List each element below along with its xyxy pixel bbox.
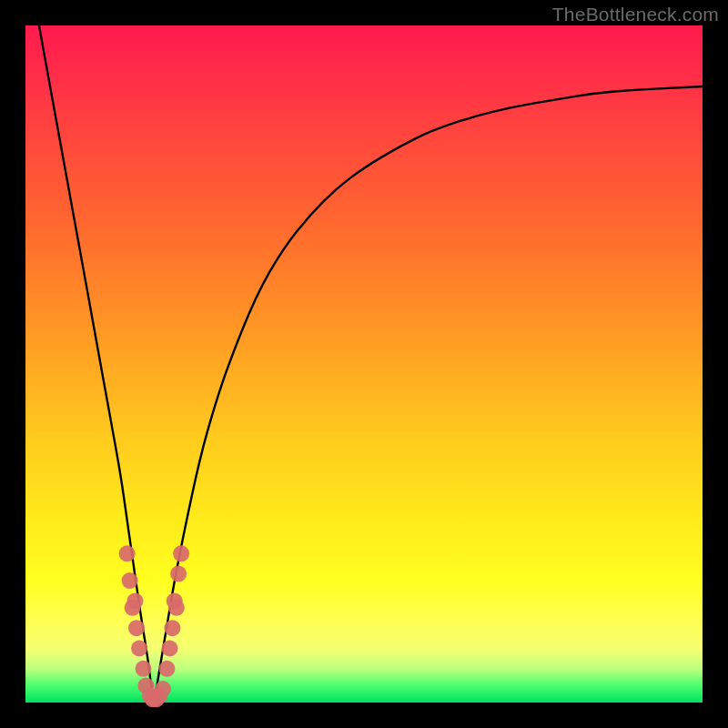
sample-point [173,545,189,561]
sample-points [119,545,190,707]
sample-point [170,566,187,582]
sample-point [159,661,176,677]
sample-point [168,600,185,616]
sample-point [136,661,152,677]
sample-point [131,641,147,657]
watermark-text: TheBottleneck.com [552,4,719,25]
sample-point [162,641,178,657]
plot-area [25,25,703,703]
sample-point [155,681,171,697]
sample-point [128,620,145,636]
sample-point [164,620,180,636]
sample-point [119,545,136,561]
sample-point [127,592,144,609]
sample-point [122,572,138,589]
chart-frame: TheBottleneck.com [0,0,728,728]
curve-layer [25,25,703,703]
